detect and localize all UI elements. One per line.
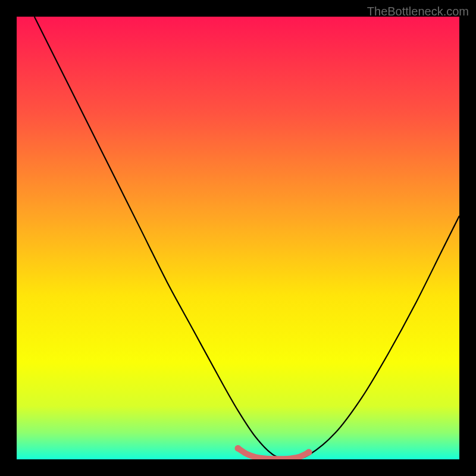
chart-svg bbox=[17, 17, 459, 459]
chart-background bbox=[17, 17, 459, 459]
optimal-marker-end-dot bbox=[306, 449, 312, 456]
optimal-marker-start-dot bbox=[235, 445, 242, 452]
chart-plot-area bbox=[17, 17, 459, 459]
watermark-text: TheBottleneck.com bbox=[367, 5, 469, 18]
